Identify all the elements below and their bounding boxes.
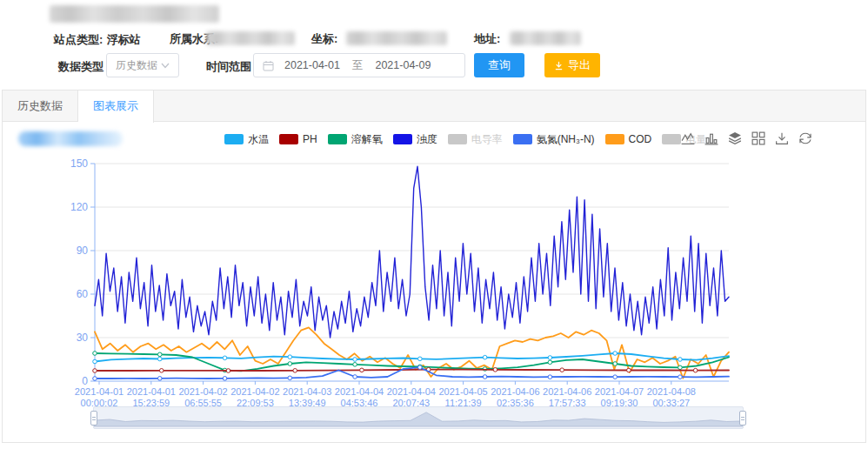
legend-item-1[interactable]: PH [279,133,317,145]
restore-icon[interactable] [798,131,813,146]
x-axis-label-date: 2021-04-06 [543,386,591,397]
bar-chart-icon[interactable] [704,131,719,146]
date-start-value[interactable]: 2021-04-01 [284,59,340,71]
legend-label: 水温 [248,132,269,147]
tab-bar: 历史数据 图表展示 [3,90,865,122]
series-浊度 [95,166,729,338]
legend-label: 电导率 [471,132,503,147]
x-axis-label-date: 2021-04-01 [75,386,124,397]
tab-chart-display[interactable]: 图表展示 [78,90,154,123]
download-icon [554,61,564,70]
data-type-selected-value: 历史数据 [116,58,157,73]
line-chart-icon[interactable] [680,131,696,146]
time-range-label: 时间范围 [206,59,251,75]
legend-label: 溶解氧 [351,132,383,147]
chart-legend: 水温PH溶解氧浊度电导率氨氮(NH₃-N)COD电量 [224,130,706,149]
calendar-icon [263,60,274,71]
tab-history-data[interactable]: 历史数据 [3,90,78,122]
export-button-label: 导出 [568,57,591,73]
legend-item-6[interactable]: COD [605,133,652,145]
address-label: 地址: [474,31,500,47]
legend-swatch [279,134,298,144]
chart-toolbar [680,131,813,146]
legend-item-3[interactable]: 浊度 [393,132,437,147]
series-氨氮(NH₃-N) [93,365,729,380]
legend-swatch [513,134,532,144]
legend-item-0[interactable]: 水温 [224,132,269,147]
legend-swatch [662,134,681,144]
coordinates-value-redacted [346,31,447,45]
x-axis-label-date: 2021-04-04 [335,386,384,397]
coordinates-label: 坐标: [311,31,337,47]
station-type-label: 站点类型: [54,33,103,46]
data-zoom-left-handle[interactable] [90,411,97,426]
legend-swatch [393,134,412,144]
export-button[interactable]: 导出 [544,53,600,77]
date-end-value[interactable]: 2021-04-09 [375,59,431,71]
main-chart: 03060901201502021-04-0100:00:022021-04-0… [8,154,834,415]
x-axis-label-date: 2021-04-01 [127,386,176,397]
content-panel: 历史数据 图表展示 水温PH溶解氧浊度电导率氨氮(NH₃-N)COD电量 [2,90,866,443]
legend-item-2[interactable]: 溶解氧 [328,132,383,147]
x-axis-label-date: 2021-04-03 [283,386,331,397]
data-type-label: 数据类型 [58,59,103,75]
x-axis-label-date: 2021-04-04 [387,386,436,397]
y-axis-label: 60 [77,288,89,300]
data-zoom-right-handle[interactable] [739,411,746,426]
address-value-redacted [510,31,581,45]
date-separator: 至 [352,58,364,73]
station-info-row: 站点类型: 浮标站 [54,31,141,48]
legend-label: 浊度 [417,132,437,147]
chevron-down-icon [161,63,170,69]
legend-swatch [224,134,244,144]
station-type-value: 浮标站 [107,33,141,46]
data-zoom-preview [94,407,743,428]
x-axis-label-date: 2021-04-02 [230,386,279,397]
legend-swatch [605,134,624,144]
page: { "header": { "info": { "station_type_la… [0,0,868,449]
data-zoom-slider[interactable] [93,406,744,429]
x-axis-label-date: 2021-04-05 [438,386,487,397]
query-button[interactable]: 查询 [474,53,524,77]
tiled-icon[interactable] [751,131,766,146]
y-axis-label: 0 [82,375,88,387]
query-button-label: 查询 [488,57,511,73]
x-axis-label-date: 2021-04-07 [595,386,644,397]
y-axis-label: 150 [70,157,88,170]
chart-title-redacted [18,131,123,146]
page-title-redacted [50,5,219,23]
y-axis-label: 30 [77,332,89,344]
legend-item-5[interactable]: 氨氮(NH₃-N) [513,132,595,147]
x-axis-label-date: 2021-04-02 [178,386,227,397]
data-type-select[interactable]: 历史数据 [106,53,179,77]
save-image-icon[interactable] [774,131,790,146]
y-axis-label: 90 [77,245,89,257]
stack-icon[interactable] [727,131,743,146]
date-range-picker[interactable]: 2021-04-01 至 2021-04-09 [253,53,465,77]
y-axis-label: 120 [70,201,88,213]
legend-label: 氨氮(NH₃-N) [537,132,595,147]
legend-label: COD [629,133,652,145]
legend-swatch [328,134,347,144]
legend-swatch [448,134,467,144]
water-system-value-redacted [206,31,295,45]
x-axis-label-date: 2021-04-06 [491,386,539,397]
x-axis-label-date: 2021-04-08 [647,386,696,397]
legend-label: PH [303,133,317,145]
legend-item-4[interactable]: 电导率 [448,132,503,147]
